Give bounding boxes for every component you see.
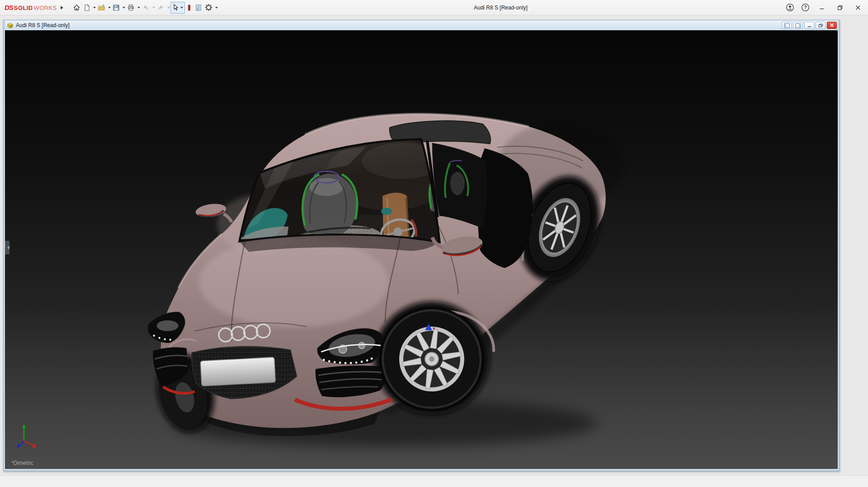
stylus-icon	[186, 4, 192, 11]
new-document-button[interactable]	[82, 2, 92, 14]
open-dropdown-chevron[interactable]	[108, 7, 111, 10]
close-icon	[855, 5, 861, 10]
view-orientation-label: *Dimetric	[11, 460, 33, 466]
solidworks-window: DS SOLID WORKS	[0, 0, 868, 487]
print-dropdown-chevron[interactable]	[137, 7, 140, 10]
display-pane-right-button[interactable]	[793, 22, 803, 29]
save-icon	[113, 4, 120, 11]
doc-restore-icon	[818, 23, 823, 28]
new-document-icon	[83, 4, 90, 11]
print-button[interactable]	[126, 2, 136, 14]
audi-r8-3d-model[interactable]	[5, 30, 838, 469]
document-window-controls	[782, 22, 837, 29]
doc-restore-button[interactable]	[816, 22, 826, 29]
doc-close-icon	[830, 23, 834, 28]
help-icon: ?	[801, 3, 810, 12]
brand-works-text: WORKS	[34, 5, 57, 11]
close-button[interactable]	[850, 0, 866, 15]
app-bar-right: ?	[783, 0, 868, 15]
solidworks-logo[interactable]: DS SOLID WORKS	[5, 4, 57, 11]
home-button[interactable]	[71, 2, 82, 14]
reference-triad	[16, 423, 41, 451]
maximize-button[interactable]	[832, 0, 848, 15]
assembly-document-icon	[7, 22, 14, 29]
undo-button[interactable]	[141, 2, 151, 14]
options-dropdown-chevron[interactable]	[215, 7, 218, 10]
options-button[interactable]	[203, 2, 214, 14]
ds-logo-icon: DS	[5, 4, 13, 11]
redo-button[interactable]	[156, 2, 166, 14]
window-title: Audi R8 S [Read-only]	[218, 5, 783, 11]
document-title: Audi R8 S [Read-only]	[16, 22, 779, 28]
file-properties-icon	[195, 4, 202, 11]
menu-expand-arrow[interactable]	[59, 2, 67, 13]
print-icon	[127, 4, 135, 11]
doc-close-button[interactable]	[827, 22, 837, 29]
triangle-right-icon	[61, 6, 65, 9]
doc-minimize-button[interactable]	[804, 22, 814, 29]
license-plate	[200, 357, 276, 386]
redo-dropdown-chevron[interactable]	[167, 7, 170, 10]
restore-icon	[837, 5, 843, 10]
home-icon	[73, 4, 80, 11]
open-folder-icon	[98, 4, 105, 11]
select-dropdown-chevron[interactable]	[180, 7, 183, 10]
pane-left-icon	[784, 23, 790, 28]
quick-access-toolbar	[71, 2, 218, 14]
select-cursor-icon	[172, 4, 179, 11]
user-icon	[786, 3, 794, 12]
app-title-bar: DS SOLID WORKS	[0, 0, 868, 15]
save-dropdown-chevron[interactable]	[123, 7, 125, 10]
display-pane-left-button[interactable]	[782, 22, 792, 29]
redo-icon	[157, 4, 165, 11]
graphics-area[interactable]: *Dimetric	[5, 30, 838, 469]
pane-right-icon	[795, 23, 801, 28]
chevron-left-icon	[5, 246, 9, 249]
minimize-button[interactable]	[814, 0, 830, 15]
open-button[interactable]	[96, 2, 107, 14]
gear-icon	[205, 4, 212, 11]
undo-icon	[142, 4, 150, 11]
panel-collapse-arrow[interactable]	[5, 241, 9, 254]
status-bar	[0, 475, 868, 487]
undo-dropdown-chevron[interactable]	[152, 7, 155, 10]
minimize-icon	[819, 5, 825, 10]
user-account-button[interactable]	[783, 1, 797, 14]
touch-stylus-button[interactable]	[185, 2, 193, 14]
help-button[interactable]: ?	[798, 1, 812, 14]
doc-minimize-icon	[807, 23, 812, 28]
file-properties-button[interactable]	[193, 2, 203, 14]
document-title-bar[interactable]: Audi R8 S [Read-only]	[5, 20, 838, 30]
brand-solid-text: SOLID	[14, 5, 33, 11]
mdi-area: Audi R8 S [Read-only]	[0, 15, 868, 475]
document-window: Audi R8 S [Read-only]	[3, 20, 840, 471]
new-dropdown-chevron[interactable]	[93, 7, 96, 10]
select-tool-button[interactable]	[170, 2, 185, 14]
save-button[interactable]	[111, 2, 121, 14]
svg-text:?: ?	[804, 5, 807, 10]
